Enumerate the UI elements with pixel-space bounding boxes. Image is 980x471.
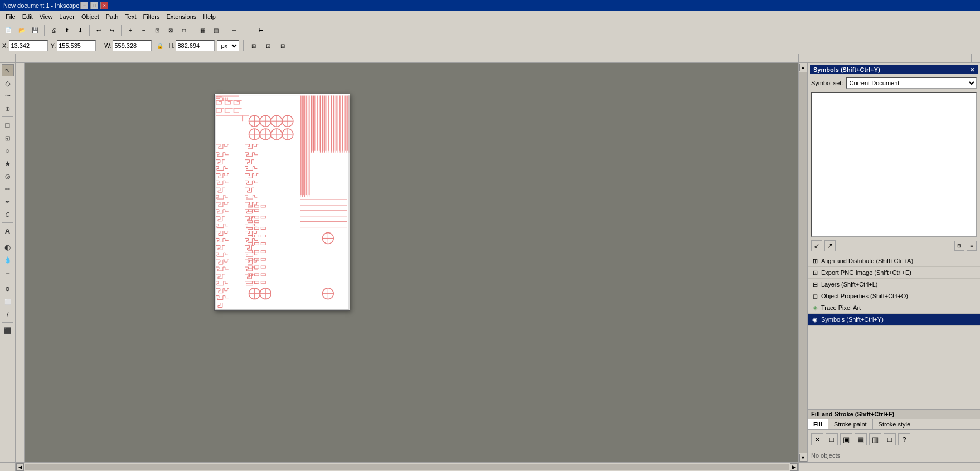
scrollbar-up-button[interactable]: ▲ xyxy=(799,64,807,71)
canvas-scroll-area[interactable] xyxy=(25,63,798,462)
horizontal-scrollbar[interactable]: ◀ ▶ xyxy=(16,463,798,471)
panel-align[interactable]: ⊞ Align and Distribute (Shift+Ctrl+A) xyxy=(808,255,980,267)
list-view-btn[interactable]: ≡ xyxy=(967,241,977,251)
zoom-page-button[interactable]: □ xyxy=(178,24,190,36)
lock-aspect-button[interactable]: 🔒 xyxy=(154,40,166,52)
grid-view-btn[interactable]: ⊞ xyxy=(954,241,964,251)
menu-path[interactable]: Path xyxy=(103,13,122,21)
menu-object[interactable]: Object xyxy=(78,13,103,21)
symbols-grid-area xyxy=(811,92,977,237)
scrollbar-track[interactable] xyxy=(799,72,807,453)
import-button[interactable]: ⬆ xyxy=(61,24,73,36)
toolbar-sep2 xyxy=(89,25,90,36)
svg-rect-4 xyxy=(222,96,239,97)
fill-stroke-title[interactable]: Fill and Stroke (Shift+Ctrl+F) xyxy=(808,410,980,419)
print-button[interactable]: 🖨 xyxy=(47,24,60,36)
spray-tool-btn[interactable]: ⚙ xyxy=(2,283,14,295)
panel-obj-props[interactable]: ◻ Object Properties (Shift+Ctrl+O) xyxy=(808,290,980,302)
callig-tool-btn[interactable]: C xyxy=(2,208,14,221)
send-to-doc-button[interactable]: ↙ xyxy=(811,240,822,251)
zoom-tool-btn[interactable]: ⊕ xyxy=(2,103,14,115)
align-center-button[interactable]: ⊥ xyxy=(241,24,254,36)
stroke-style-tab[interactable]: Stroke style xyxy=(873,419,916,429)
star-tool-btn[interactable]: ★ xyxy=(2,157,14,169)
open-button[interactable]: 📂 xyxy=(16,24,28,36)
scrollbar-down-button[interactable]: ▼ xyxy=(799,454,807,462)
rect-tool-btn[interactable]: □ xyxy=(2,119,14,131)
fill-pattern-icon[interactable]: ▥ xyxy=(869,433,881,445)
eraser-tool-btn[interactable]: ⬜ xyxy=(2,295,14,308)
align-right-button[interactable]: ⊢ xyxy=(255,24,267,36)
menu-layer[interactable]: Layer xyxy=(56,13,78,21)
spiral-tool-btn[interactable]: ◎ xyxy=(2,170,14,182)
save-button[interactable]: 💾 xyxy=(29,24,41,36)
zoom-fit-button[interactable]: ⊡ xyxy=(151,24,163,36)
text-tool-btn[interactable]: A xyxy=(2,225,14,237)
panel-symbols[interactable]: ◉ Symbols (Shift+Ctrl+Y) xyxy=(808,314,980,326)
fill-unknown-icon[interactable]: □ xyxy=(884,433,896,445)
zoom-draw-button[interactable]: ⊠ xyxy=(164,24,177,36)
select-tool-btn[interactable]: ↖ xyxy=(2,64,14,76)
scroll-left-button[interactable]: ◀ xyxy=(16,463,24,471)
node-tool-btn[interactable]: ◇ xyxy=(2,77,14,89)
connector-tool-btn[interactable]: ⌒ xyxy=(2,270,14,282)
fill-question-icon[interactable]: ? xyxy=(898,433,910,445)
fill-none-icon[interactable]: ✕ xyxy=(811,433,823,445)
y-input[interactable] xyxy=(57,40,96,51)
paint-bucket-tool-btn[interactable]: ⬛ xyxy=(2,324,14,337)
menu-text[interactable]: Text xyxy=(122,13,139,21)
close-button[interactable]: × xyxy=(100,2,108,9)
group-button[interactable]: ▦ xyxy=(196,24,208,36)
extract-from-doc-button[interactable]: ↗ xyxy=(824,240,836,251)
fill-linear-icon[interactable]: ▣ xyxy=(840,433,852,445)
new-button[interactable]: 📄 xyxy=(2,24,14,36)
snap2-btn[interactable]: ⊟ xyxy=(276,40,289,52)
ruler-right-spacer xyxy=(798,54,971,62)
w-input[interactable] xyxy=(113,40,152,51)
symbols-panel-title[interactable]: Symbols (Shift+Ctrl+Y) ✕ xyxy=(810,65,978,74)
fill-tab[interactable]: Fill xyxy=(808,419,828,429)
stroke-paint-tab[interactable]: Stroke paint xyxy=(828,419,873,429)
canvas-vertical-scrollbar[interactable]: ▲ ▼ xyxy=(798,63,807,462)
panel-export[interactable]: ⊡ Export PNG Image (Shift+Ctrl+E) xyxy=(808,267,980,279)
menu-help[interactable]: Help xyxy=(200,13,219,21)
pencil-tool-btn[interactable]: ✏ xyxy=(2,183,14,195)
menu-view[interactable]: View xyxy=(36,13,56,21)
horizontal-scrollbar-track[interactable] xyxy=(25,464,789,470)
scroll-right-button[interactable]: ▶ xyxy=(790,463,798,471)
zoom-in-button[interactable]: + xyxy=(124,24,137,36)
undo-button[interactable]: ↩ xyxy=(93,24,105,36)
measure-tool-btn[interactable]: / xyxy=(2,308,14,321)
fill-flat-icon[interactable]: □ xyxy=(826,433,838,445)
symbol-set-dropdown[interactable]: Current Document Arrows Shapes xyxy=(846,77,977,89)
menu-file[interactable]: File xyxy=(2,13,19,21)
svg-rect-29 xyxy=(221,101,222,105)
symbols-panel-close[interactable]: ✕ xyxy=(970,67,974,73)
zoom-out-button[interactable]: − xyxy=(138,24,150,36)
align-left-button[interactable]: ⊣ xyxy=(228,24,240,36)
tweak-tool-btn[interactable]: 〜 xyxy=(2,90,14,102)
snap-btn[interactable]: ⊡ xyxy=(262,40,274,52)
dropper-tool-btn[interactable]: 💧 xyxy=(2,254,14,266)
toolbar-sep5 xyxy=(225,25,225,36)
menu-edit[interactable]: Edit xyxy=(19,13,36,21)
pen-tool-btn[interactable]: ✒ xyxy=(2,196,14,208)
ellipse-tool-btn[interactable]: ○ xyxy=(2,144,14,157)
maximize-button[interactable]: □ xyxy=(90,2,98,9)
redo-button[interactable]: ↪ xyxy=(106,24,118,36)
panel-layers[interactable]: ⊟ Layers (Shift+Ctrl+L) xyxy=(808,279,980,290)
h-input[interactable] xyxy=(176,40,215,51)
panel-trace[interactable]: ◈ Trace Pixel Art xyxy=(808,302,980,314)
x-input[interactable] xyxy=(9,40,48,51)
ungroup-button[interactable]: ▧ xyxy=(210,24,222,36)
gradient-tool-btn[interactable]: ◐ xyxy=(2,241,14,253)
export-button[interactable]: ⬇ xyxy=(74,24,86,36)
minimize-button[interactable]: − xyxy=(80,2,88,9)
menu-extensions[interactable]: Extensions xyxy=(163,13,200,21)
transform-btn[interactable]: ⊞ xyxy=(248,40,260,52)
menu-filters[interactable]: Filters xyxy=(140,13,163,21)
fill-radial-icon[interactable]: ▤ xyxy=(855,433,867,445)
unit-select[interactable]: px mm cm in xyxy=(217,40,239,51)
svg-rect-37 xyxy=(234,100,234,105)
3dbox-tool-btn[interactable]: ◱ xyxy=(2,132,14,144)
